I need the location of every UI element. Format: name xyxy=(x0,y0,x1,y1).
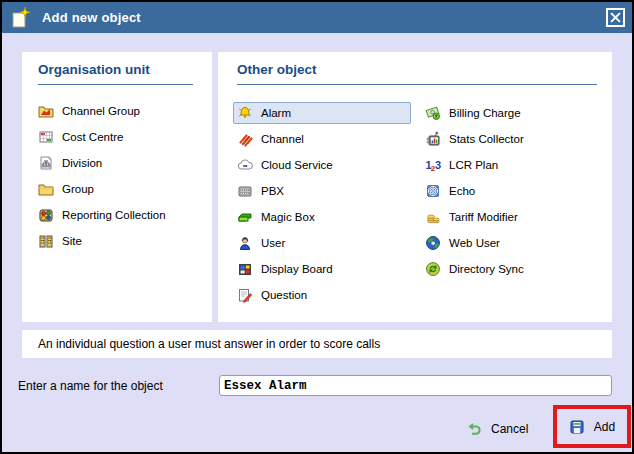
cost-centre-icon xyxy=(38,129,54,145)
item-label: Display Board xyxy=(261,263,333,275)
item-pbx[interactable]: PBX xyxy=(233,180,411,202)
display-board-icon xyxy=(237,261,253,277)
object-description: An individual question a user must answe… xyxy=(22,330,612,358)
description-text: An individual question a user must answe… xyxy=(38,337,380,351)
item-label: Site xyxy=(62,235,82,247)
add-label: Add xyxy=(594,420,615,434)
item-question[interactable]: Question xyxy=(233,284,411,306)
item-label: Magic Box xyxy=(261,211,315,223)
item-cloud-service[interactable]: Cloud Service xyxy=(233,154,411,176)
item-label: Question xyxy=(261,289,307,301)
magic-box-icon xyxy=(237,209,253,225)
channel-icon xyxy=(237,131,253,147)
item-directory-sync[interactable]: Directory Sync xyxy=(421,258,599,280)
organisation-unit-panel: Organisation unit Channel Group Cost Cen… xyxy=(22,52,212,322)
pbx-icon xyxy=(237,183,253,199)
item-label: Alarm xyxy=(261,107,291,119)
item-label: Channel Group xyxy=(62,105,140,117)
item-label: Cloud Service xyxy=(261,159,333,171)
reporting-collection-icon xyxy=(38,207,54,223)
item-label: Reporting Collection xyxy=(62,209,166,221)
item-web-user[interactable]: Web User xyxy=(421,232,599,254)
item-channel-group[interactable]: Channel Group xyxy=(22,100,212,122)
header-rule xyxy=(38,84,193,85)
item-label: Echo xyxy=(449,185,475,197)
item-group[interactable]: Group xyxy=(22,178,212,200)
svg-text:3: 3 xyxy=(435,159,441,171)
add-button[interactable]: Add xyxy=(563,418,621,436)
organisation-unit-title: Organisation unit xyxy=(38,62,212,77)
name-field-label: Enter a name for the object xyxy=(18,376,163,396)
billing-charge-icon xyxy=(425,105,441,121)
new-object-icon xyxy=(10,7,32,29)
other-object-column-2: Billing Charge Stats Collector xyxy=(421,102,597,310)
object-name-input[interactable] xyxy=(219,375,612,396)
cloud-service-icon xyxy=(237,157,253,173)
item-label: Stats Collector xyxy=(449,133,524,145)
item-user[interactable]: User xyxy=(233,232,411,254)
item-label: Tariff Modifier xyxy=(449,211,518,223)
item-billing-charge[interactable]: Billing Charge xyxy=(421,102,599,124)
stats-collector-icon xyxy=(425,131,441,147)
site-icon xyxy=(38,233,54,249)
channel-group-icon xyxy=(38,103,54,119)
question-icon xyxy=(237,287,253,303)
item-lcr-plan[interactable]: 1 2 3 LCR Plan xyxy=(421,154,599,176)
item-label: User xyxy=(261,237,285,249)
item-magic-box[interactable]: Magic Box xyxy=(233,206,411,228)
add-new-object-dialog: Add new object Organisation unit Channel… xyxy=(0,0,634,454)
echo-icon xyxy=(425,183,441,199)
item-label: Cost Centre xyxy=(62,131,123,143)
item-site[interactable]: Site xyxy=(22,230,212,252)
item-label: Billing Charge xyxy=(449,107,521,119)
item-label: Group xyxy=(62,183,94,195)
division-icon xyxy=(38,155,54,171)
close-icon[interactable] xyxy=(606,8,625,27)
item-reporting-collection[interactable]: Reporting Collection xyxy=(22,204,212,226)
other-object-column-1: Alarm Channel xyxy=(218,102,411,310)
alarm-icon xyxy=(237,105,253,121)
item-label: Division xyxy=(62,157,102,169)
annotation-highlight: Add xyxy=(553,405,631,448)
cancel-undo-icon xyxy=(466,421,482,437)
organisation-unit-list: Channel Group Cost Centre xyxy=(22,100,212,252)
item-label: LCR Plan xyxy=(449,159,498,171)
item-echo[interactable]: Echo xyxy=(421,180,599,202)
other-object-title: Other object xyxy=(237,62,612,77)
tariff-modifier-icon xyxy=(425,209,441,225)
item-label: Channel xyxy=(261,133,304,145)
other-object-columns: Alarm Channel xyxy=(218,102,612,310)
group-icon xyxy=(38,181,54,197)
item-label: PBX xyxy=(261,185,284,197)
cancel-label: Cancel xyxy=(491,422,528,436)
item-cost-centre[interactable]: Cost Centre xyxy=(22,126,212,148)
item-label: Directory Sync xyxy=(449,263,524,275)
window-title: Add new object xyxy=(42,10,141,25)
item-channel[interactable]: Channel xyxy=(233,128,411,150)
web-user-icon xyxy=(425,235,441,251)
lcr-plan-icon: 1 2 3 xyxy=(425,157,441,173)
item-stats-collector[interactable]: Stats Collector xyxy=(421,128,599,150)
item-label: Web User xyxy=(449,237,500,249)
header-rule xyxy=(237,84,597,85)
save-disk-icon xyxy=(569,419,585,435)
other-object-panel: Other object Alarm xyxy=(218,52,612,322)
item-division[interactable]: Division xyxy=(22,152,212,174)
titlebar: Add new object xyxy=(2,2,632,33)
item-alarm[interactable]: Alarm xyxy=(233,102,411,124)
item-tariff-modifier[interactable]: Tariff Modifier xyxy=(421,206,599,228)
user-icon xyxy=(237,235,253,251)
directory-sync-icon xyxy=(425,261,441,277)
item-display-board[interactable]: Display Board xyxy=(233,258,411,280)
cancel-button[interactable]: Cancel xyxy=(460,417,534,441)
